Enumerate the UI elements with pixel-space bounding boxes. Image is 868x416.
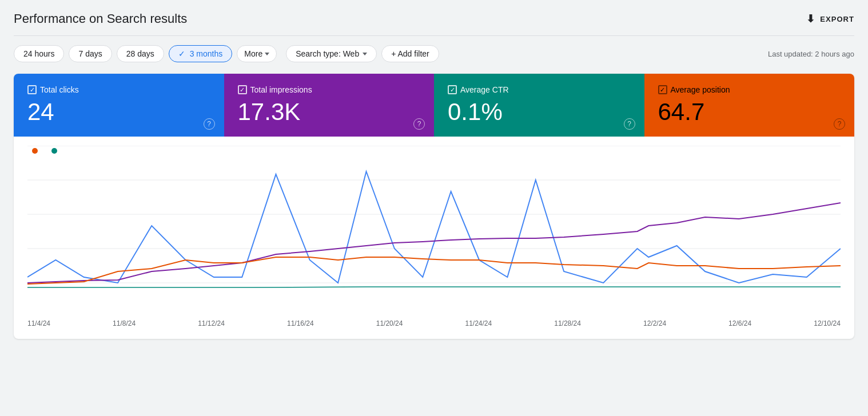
clicks-value: 24 <box>27 99 210 125</box>
filter-7days[interactable]: 7 days <box>69 45 112 62</box>
page-header: Performance on Search results ⬇ EXPORT <box>14 11 854 26</box>
last-updated-text: Last updated: 2 hours ago <box>768 50 854 58</box>
legend-orange <box>32 146 40 156</box>
export-icon: ⬇ <box>806 13 815 25</box>
position-checkbox: ✓ <box>658 85 667 94</box>
chart-area: 11/4/24 11/8/24 11/12/24 11/16/24 11/20/… <box>14 137 854 339</box>
x-label-0: 11/4/24 <box>27 319 50 327</box>
clicks-help-icon[interactable]: ? <box>204 118 215 130</box>
chevron-down-icon <box>265 53 269 55</box>
filter-28days[interactable]: 28 days <box>117 45 164 62</box>
x-label-3: 11/16/24 <box>287 319 314 327</box>
legend-teal <box>51 146 59 156</box>
x-label-7: 12/2/24 <box>643 319 666 327</box>
filter-3months[interactable]: ✓ 3 months <box>169 45 232 62</box>
add-filter-button[interactable]: + Add filter <box>381 45 439 62</box>
metric-clicks[interactable]: ✓ Total clicks 24 ? <box>14 74 224 137</box>
page-title: Performance on Search results <box>14 11 187 26</box>
impressions-help-icon[interactable]: ? <box>413 118 425 130</box>
metric-position[interactable]: ✓ Average position 64.7 ? <box>644 74 855 137</box>
x-label-6: 11/28/24 <box>554 319 581 327</box>
chart-x-labels: 11/4/24 11/8/24 11/12/24 11/16/24 11/20/… <box>27 317 841 327</box>
clicks-checkbox: ✓ <box>27 85 37 94</box>
ctr-value: 0.1% <box>448 99 631 125</box>
metric-impressions-label: ✓ Total impressions <box>238 85 421 94</box>
impressions-value: 17.3K <box>238 99 421 125</box>
header-divider <box>14 35 854 36</box>
metrics-row: ✓ Total clicks 24 ? ✓ Total impressions … <box>14 74 854 137</box>
ctr-help-icon[interactable]: ? <box>624 118 635 130</box>
position-value: 64.7 <box>658 99 841 125</box>
metric-position-label: ✓ Average position <box>658 85 841 94</box>
export-label: EXPORT <box>820 15 854 23</box>
performance-chart <box>27 146 841 317</box>
chart-legend <box>32 146 59 156</box>
check-icon: ✓ <box>178 49 185 58</box>
x-label-4: 11/20/24 <box>376 319 403 327</box>
filter-24hours[interactable]: 24 hours <box>14 45 64 62</box>
main-card: ✓ Total clicks 24 ? ✓ Total impressions … <box>14 74 854 339</box>
x-label-8: 12/6/24 <box>728 319 751 327</box>
filter-more[interactable]: More <box>237 45 277 62</box>
x-label-1: 11/8/24 <box>113 319 136 327</box>
metric-ctr-label: ✓ Average CTR <box>448 85 631 94</box>
x-label-5: 11/24/24 <box>465 319 492 327</box>
export-button[interactable]: ⬇ EXPORT <box>806 13 854 25</box>
ctr-checkbox: ✓ <box>448 85 457 94</box>
filter-row: 24 hours 7 days 28 days ✓ 3 months More … <box>14 45 854 62</box>
impressions-checkbox: ✓ <box>238 85 247 94</box>
metric-impressions[interactable]: ✓ Total impressions 17.3K ? <box>224 74 435 137</box>
search-type-filter[interactable]: Search type: Web <box>286 45 377 62</box>
metric-ctr[interactable]: ✓ Average CTR 0.1% ? <box>434 74 644 137</box>
position-help-icon[interactable]: ? <box>834 118 845 130</box>
chevron-down-icon <box>363 53 367 55</box>
metric-clicks-label: ✓ Total clicks <box>27 85 210 94</box>
x-label-9: 12/10/24 <box>814 319 841 327</box>
x-label-2: 11/12/24 <box>198 319 225 327</box>
